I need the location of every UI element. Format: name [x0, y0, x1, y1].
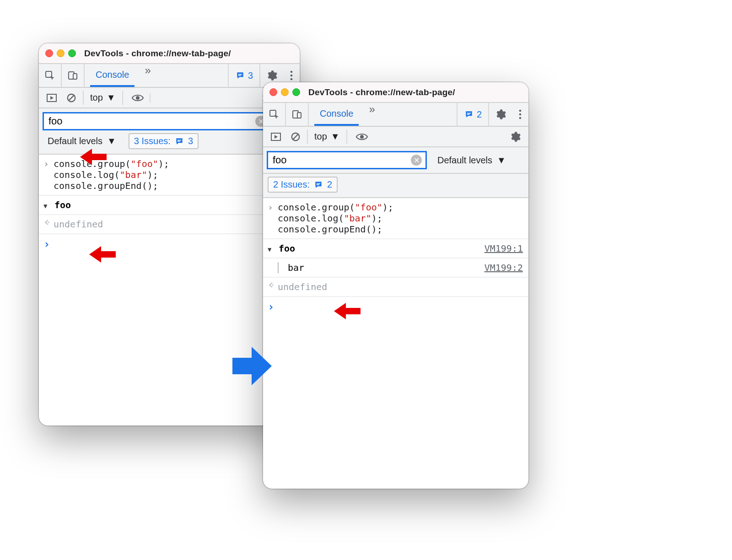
filter-input-wrapper[interactable]: ✕ [267, 151, 427, 169]
clear-console-button[interactable] [63, 93, 80, 103]
svg-point-5 [291, 71, 293, 73]
group-caret-icon[interactable] [268, 243, 276, 254]
filter-input[interactable] [272, 154, 411, 167]
console-tab-label: Console [90, 64, 135, 87]
toggle-drawer-button[interactable] [43, 93, 60, 102]
issues-chip[interactable]: 3 Issues: 3 [129, 133, 199, 149]
devtools-window-after: DevTools - chrome://new-tab-page/ Consol… [263, 82, 528, 489]
issues-badge[interactable]: 3 [232, 70, 256, 81]
chevron-down-icon: ▼ [331, 131, 340, 142]
traffic-light-minimize-icon[interactable] [281, 88, 289, 96]
chevron-down-icon: ▼ [497, 155, 506, 166]
issues-chip-label: 2 Issues: [273, 179, 310, 190]
issues-chip[interactable]: 2 Issues: 2 [268, 177, 338, 193]
toggle-drawer-button[interactable] [268, 132, 284, 141]
svg-rect-28 [317, 184, 319, 185]
live-expression-button[interactable] [131, 93, 144, 102]
traffic-light-close-icon[interactable] [269, 88, 277, 96]
inspect-icon [269, 109, 280, 120]
console-input-row[interactable]: console.group("foo"); console.log("bar")… [39, 155, 300, 196]
context-selector-label: top [314, 131, 327, 142]
svg-rect-12 [178, 140, 181, 140]
svg-point-20 [519, 110, 522, 112]
device-toolbar-button[interactable] [62, 64, 85, 87]
inspect-element-button[interactable] [39, 64, 62, 87]
clear-console-button[interactable] [287, 132, 304, 142]
svg-rect-19 [467, 114, 470, 115]
group-label: foo [54, 199, 71, 210]
log-message: bar [288, 262, 304, 273]
log-level-label: Default levels [48, 136, 102, 146]
filter-input[interactable] [48, 115, 255, 128]
console-group-row[interactable]: foo VM11 [39, 196, 300, 215]
inspect-icon [44, 70, 55, 81]
chevron-down-icon: ▼ [107, 92, 116, 103]
close-icon: ✕ [414, 156, 420, 165]
svg-rect-3 [238, 74, 242, 75]
code-block: console.group("foo"); console.log("bar")… [54, 158, 169, 191]
svg-line-10 [69, 95, 75, 101]
source-link[interactable]: VM199:2 [484, 262, 523, 273]
log-level-selector[interactable]: Default levels ▼ [433, 153, 510, 168]
svg-point-7 [291, 78, 293, 81]
devtools-window-before: DevTools - chrome://new-tab-page/ Consol… [39, 43, 300, 425]
traffic-light-minimize-icon[interactable] [57, 49, 65, 57]
live-expression-button[interactable] [355, 132, 368, 141]
tab-console[interactable]: Console [85, 64, 140, 87]
svg-rect-4 [238, 75, 241, 76]
svg-point-26 [360, 135, 364, 139]
gear-icon [495, 108, 506, 120]
chevron-down-icon: ▼ [107, 136, 116, 146]
svg-rect-2 [73, 74, 77, 79]
svg-line-25 [293, 134, 299, 140]
group-caret-icon[interactable] [43, 199, 52, 210]
svg-point-14 [48, 221, 49, 223]
kebab-menu-button[interactable] [512, 103, 528, 126]
undefined-text: undefined [54, 219, 103, 230]
devices-icon [67, 70, 78, 81]
context-selector-label: top [90, 92, 103, 103]
svg-point-6 [291, 75, 293, 77]
console-group-child-row[interactable]: bar VM199:2 [263, 258, 528, 278]
svg-point-22 [519, 117, 522, 119]
filter-input-wrapper[interactable]: ✕ [43, 112, 271, 130]
context-selector[interactable]: top ▼ [307, 129, 347, 144]
more-tabs-button[interactable]: » [364, 103, 379, 126]
issues-chip-count: 3 [188, 136, 193, 146]
log-level-selector[interactable]: Default levels ▼ [43, 133, 120, 149]
issues-badge[interactable]: 2 [461, 109, 484, 120]
context-selector[interactable]: top ▼ [83, 91, 123, 105]
code-block: console.group("foo"); console.log("bar")… [278, 202, 393, 235]
issues-chip-label: 3 Issues: [134, 136, 171, 146]
traffic-light-zoom-icon[interactable] [292, 88, 300, 96]
input-prompt-icon [268, 202, 278, 213]
source-link[interactable]: VM199:1 [484, 243, 523, 254]
tab-console[interactable]: Console [309, 103, 364, 126]
input-prompt-icon [268, 301, 278, 313]
main-toolbar: Console » 2 [263, 103, 528, 127]
more-tabs-button[interactable]: » [140, 64, 155, 87]
svg-rect-13 [178, 141, 180, 142]
issues-badge-count: 2 [477, 109, 482, 120]
console-group-row[interactable]: foo VM199:1 [263, 239, 528, 258]
device-toolbar-button[interactable] [286, 103, 309, 126]
log-level-label: Default levels [437, 155, 492, 166]
console-input-row[interactable]: console.group("foo"); console.log("bar")… [263, 198, 528, 239]
console-output-row: undefined [39, 215, 300, 234]
chat-icon [174, 137, 184, 146]
clear-filter-button[interactable]: ✕ [411, 155, 422, 166]
settings-button[interactable] [489, 103, 512, 126]
console-prompt-row[interactable] [39, 234, 300, 254]
kebab-icon [290, 70, 293, 81]
undefined-text: undefined [278, 281, 327, 292]
traffic-light-zoom-icon[interactable] [68, 49, 76, 57]
traffic-light-close-icon[interactable] [45, 49, 53, 57]
devices-icon [291, 109, 302, 120]
console-prompt-row[interactable] [263, 297, 528, 317]
console-settings-button[interactable] [509, 131, 524, 143]
svg-rect-18 [467, 113, 471, 114]
input-prompt-icon [43, 158, 54, 169]
inspect-element-button[interactable] [263, 103, 286, 126]
console-tab-label: Console [314, 103, 359, 126]
input-prompt-icon [43, 238, 54, 251]
